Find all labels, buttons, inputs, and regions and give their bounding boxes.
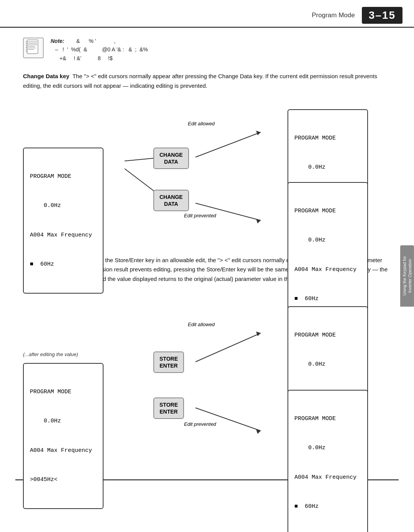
store-enter-button-2[interactable]: STOREENTER [153, 397, 184, 419]
lcd-line2: 0.0Hz [294, 235, 361, 245]
change-data-button-2[interactable]: CHANGEDATA [153, 190, 189, 211]
store-enter-left-lcd: PROGRAM MODE 0.0Hz A004 Max Frequency >0… [23, 363, 104, 509]
header-badge: 3–15 [362, 7, 402, 24]
store-enter-button-1[interactable]: STOREENTER [153, 351, 184, 373]
svg-rect-6 [28, 49, 34, 50]
change-data-button-1[interactable]: CHANGEDATA [153, 148, 189, 169]
note-section: Note: & % ' , – ! ' %d( & @0 A '& : & ; … [23, 37, 391, 62]
lcd-line1: PROGRAM MODE [30, 172, 97, 182]
svg-marker-16 [256, 219, 261, 223]
document-icon [26, 39, 41, 56]
lcd-line1: PROGRAM MODE [294, 414, 361, 424]
change-data-heading: Change Data key [23, 73, 69, 79]
svg-line-13 [196, 132, 261, 157]
header-title: Program Mode [312, 11, 355, 19]
button-label: CHANGEDATA [159, 152, 183, 165]
lcd-line4: >0045Hz< [30, 475, 97, 485]
svg-line-19 [196, 333, 261, 362]
lcd-line3: A004 Max Frequency [294, 473, 361, 483]
lcd-line3: A004 Max Frequency [30, 230, 97, 240]
lcd-line1: PROGRAM MODE [294, 133, 361, 143]
svg-point-7 [26, 41, 27, 43]
change-data-paragraph: Change Data key The "> <" edit cursors n… [23, 72, 391, 91]
lcd-line3: A004 Max Frequency [294, 265, 361, 275]
svg-rect-4 [28, 46, 35, 47]
svg-point-12 [26, 51, 27, 52]
note-text: Note: & % ' , – ! ' %d( & @0 A '& : & ; … [51, 37, 148, 62]
lcd-line4: ■ 60Hz [294, 502, 361, 512]
lcd-line1: PROGRAM MODE [294, 330, 361, 340]
svg-rect-5 [28, 48, 36, 48]
edit-prevented-label-1: Edit prevented [184, 213, 216, 218]
lcd-line1: PROGRAM MODE [294, 206, 361, 216]
lcd-line3: A004 Max Frequency [30, 446, 97, 456]
svg-marker-22 [256, 429, 261, 434]
button-label: CHANGEDATA [159, 194, 183, 207]
svg-point-10 [26, 47, 27, 48]
svg-line-21 [196, 408, 261, 431]
lcd-line1: PROGRAM MODE [30, 387, 97, 397]
edit-allowed-label-1: Edit allowed [188, 121, 215, 126]
edit-allowed-label-2: Edit allowed [188, 322, 215, 327]
svg-point-8 [26, 43, 27, 44]
lcd-line2: 0.0Hz [30, 201, 97, 211]
lcd-line2: 0.0Hz [294, 443, 361, 453]
page-header: Program Mode 3–15 [0, 0, 414, 28]
button-label: STOREENTER [159, 402, 178, 415]
main-content: Note: & % ' , – ! ' %d( & @0 A '& : & ; … [0, 28, 414, 479]
svg-marker-14 [256, 131, 261, 135]
lcd-line4: ■ 60Hz [30, 259, 97, 269]
sidebar-tab: Using the Keypad forInverter Operation [400, 245, 414, 307]
lcd-line2: 0.0Hz [30, 416, 97, 426]
lcd-line2: 0.0Hz [294, 360, 361, 369]
svg-point-11 [26, 49, 27, 50]
store-enter-diagram: (...after editing the value) PROGRAM MOD… [23, 295, 391, 456]
change-data-diagram: PROGRAM MODE 0.0Hz A004 Max Frequency ■ … [23, 102, 391, 243]
svg-rect-1 [28, 41, 37, 42]
button-label: STOREENTER [159, 356, 178, 369]
svg-point-9 [26, 45, 27, 46]
sidebar-tab-text: Using the Keypad forInverter Operation [402, 256, 413, 296]
store-enter-right-bottom-lcd: PROGRAM MODE 0.0Hz A004 Max Frequency ■ … [288, 390, 368, 532]
svg-marker-20 [256, 332, 261, 336]
edit-prevented-label-2: Edit prevented [184, 421, 216, 427]
svg-rect-3 [28, 44, 37, 45]
note-icon [23, 38, 44, 58]
svg-rect-2 [28, 43, 37, 44]
change-data-left-lcd: PROGRAM MODE 0.0Hz A004 Max Frequency ■ … [23, 148, 104, 294]
note-label: Note: [51, 38, 64, 44]
after-editing-label: (...after editing the value) [23, 351, 78, 357]
lcd-line2: 0.0Hz [294, 163, 361, 172]
